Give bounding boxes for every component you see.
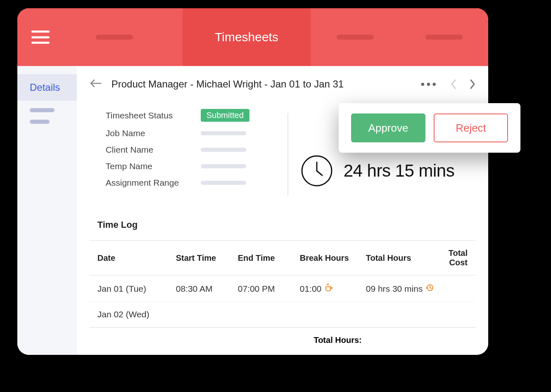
value-placeholder — [201, 148, 246, 152]
sidebar-item-label: Details — [30, 82, 60, 93]
label-client: Client Name — [106, 145, 201, 155]
table-header: Date Start Time End Time Break Hours Tot… — [89, 240, 476, 276]
tab-placeholder[interactable] — [425, 35, 463, 40]
cell-start: 08:30 AM — [176, 284, 238, 294]
next-icon[interactable] — [469, 79, 476, 90]
footer-total-label: Total Hours: — [300, 335, 366, 345]
col-cost: Total Cost — [449, 248, 468, 267]
col-start: Start Time — [176, 253, 238, 263]
prev-icon[interactable] — [450, 79, 457, 90]
app-window: Timesheets Details Product Manager - Mic… — [17, 8, 488, 355]
history-icon — [426, 283, 434, 294]
value-placeholder — [201, 131, 246, 135]
status-badge: Submitted — [201, 109, 249, 122]
col-break: Break Hours — [300, 253, 366, 263]
cell-break: 01:00 — [300, 283, 366, 294]
label-job: Job Name — [106, 128, 201, 138]
page-title: Product Manager - Michael Wright - Jan 0… — [112, 78, 344, 90]
back-arrow-icon[interactable] — [89, 78, 102, 90]
total-time-value: 24 hrs 15 mins — [344, 161, 454, 181]
table-row[interactable]: Jan 02 (Wed) — [89, 302, 476, 327]
header-tab-right-group — [311, 8, 488, 66]
title-row: Product Manager - Michael Wright - Jan 0… — [89, 78, 476, 102]
timelog-table: Date Start Time End Time Break Hours Tot… — [89, 240, 476, 352]
approval-popover: Approve Reject — [339, 103, 520, 153]
svg-line-7 — [430, 288, 431, 288]
sidebar-item-placeholder[interactable] — [30, 108, 55, 112]
sidebar-item-placeholder[interactable] — [30, 120, 50, 124]
approve-button[interactable]: Approve — [351, 113, 425, 142]
cell-end: 07:00 PM — [238, 284, 300, 294]
col-date: Date — [97, 253, 176, 263]
clock-icon — [301, 155, 333, 187]
info-left: Timesheet Status Submitted Job Name Clie… — [106, 109, 287, 200]
label-status: Timesheet Status — [106, 111, 201, 120]
svg-line-3 — [317, 171, 322, 175]
vertical-divider — [287, 113, 288, 196]
label-range: Assignment Range — [106, 178, 201, 188]
table-footer: Total Hours: — [89, 327, 476, 352]
sidebar-item-details[interactable]: Details — [17, 74, 77, 101]
reject-button[interactable]: Reject — [434, 113, 508, 142]
title-actions: ••• — [421, 78, 476, 91]
header-title: Timesheets — [215, 30, 278, 44]
sidebar: Details — [17, 66, 77, 355]
header-tab-timesheets[interactable]: Timesheets — [183, 8, 311, 66]
col-end: End Time — [238, 253, 300, 263]
tab-placeholder[interactable] — [337, 35, 374, 40]
tab-placeholder — [96, 35, 133, 40]
coffee-cup-icon — [325, 283, 333, 294]
col-total: Total Hours — [366, 253, 449, 263]
label-temp: Temp Name — [106, 161, 201, 171]
section-title-timelog: Time Log — [89, 212, 476, 240]
cell-total: 09 hrs 30 mins — [366, 283, 449, 294]
value-placeholder — [201, 181, 246, 185]
header-tab-left[interactable] — [17, 8, 183, 66]
menu-icon[interactable] — [31, 31, 50, 44]
cell-date: Jan 01 (Tue) — [97, 284, 176, 294]
table-row[interactable]: Jan 01 (Tue) 08:30 AM 07:00 PM 01:00 09 … — [89, 276, 476, 302]
more-icon[interactable]: ••• — [421, 78, 438, 91]
cell-date: Jan 02 (Wed) — [97, 309, 176, 319]
top-header: Timesheets — [17, 8, 488, 66]
value-placeholder — [201, 164, 246, 168]
